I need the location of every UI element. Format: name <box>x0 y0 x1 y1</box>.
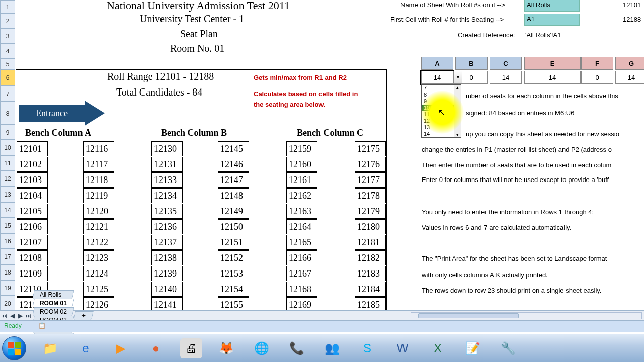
roll-cell[interactable]: 12162 <box>286 188 317 203</box>
row-header-20[interactable]: 20 <box>0 296 15 310</box>
start-button[interactable] <box>2 336 26 360</box>
roll-cell[interactable]: 12104 <box>17 188 48 203</box>
roll-cell[interactable]: 12126 <box>83 297 114 310</box>
people-icon[interactable]: 👥 <box>321 338 343 358</box>
roll-cell[interactable]: 12109 <box>17 266 48 281</box>
roll-cell[interactable]: 12116 <box>83 141 114 156</box>
roll-cell[interactable]: 12161 <box>286 172 317 188</box>
tab-nav-first[interactable]: ⏮ <box>0 312 8 319</box>
roll-cell[interactable]: 12121 <box>83 219 114 234</box>
seat-val-E[interactable]: 14 <box>524 71 581 84</box>
ie-icon[interactable]: e <box>74 338 97 358</box>
roll-cell[interactable]: 12166 <box>286 250 317 265</box>
roll-cell[interactable]: 12134 <box>151 188 183 203</box>
roll-cell[interactable]: 12160 <box>286 157 317 172</box>
roll-cell[interactable]: 12108 <box>17 250 48 265</box>
roll-cell[interactable]: 12180 <box>355 219 386 234</box>
hp-icon[interactable]: 🖨 <box>180 338 202 358</box>
input-first-cell[interactable]: A1 <box>524 14 580 26</box>
roll-cell[interactable]: 12147 <box>218 172 249 188</box>
row-header-11[interactable]: 11 <box>0 155 15 171</box>
row-header-2[interactable]: 2 <box>0 13 15 28</box>
row-header-9[interactable]: 9 <box>0 125 15 140</box>
excel-icon[interactable]: X <box>427 338 449 358</box>
roll-cell[interactable]: 12102 <box>17 157 48 172</box>
roll-cell[interactable]: 12122 <box>83 235 114 250</box>
roll-cell[interactable]: 12139 <box>151 266 183 281</box>
roll-cell[interactable]: 12155 <box>218 297 249 310</box>
roll-cell[interactable]: 12149 <box>218 204 249 219</box>
row-header-16[interactable]: 16 <box>0 233 15 249</box>
firefox-icon[interactable]: 🦊 <box>215 338 237 358</box>
roll-cell[interactable]: 12150 <box>218 219 249 234</box>
row-header-8[interactable]: 8 <box>0 102 15 125</box>
roll-cell[interactable]: 12140 <box>151 282 183 297</box>
roll-cell[interactable]: 12103 <box>17 172 48 188</box>
roll-cell[interactable]: 12141 <box>151 297 183 310</box>
roll-cell[interactable]: 12178 <box>355 188 386 203</box>
roll-cell[interactable]: 12106 <box>17 219 48 234</box>
dropdown-button[interactable]: ▾ <box>453 71 462 84</box>
roll-cell[interactable]: 12137 <box>151 235 183 250</box>
new-sheet-tab[interactable]: ✦ <box>73 311 94 320</box>
row-header-13[interactable]: 13 <box>0 187 15 202</box>
roll-cell[interactable]: 12107 <box>17 235 48 250</box>
sheet-tab[interactable]: All Rolls <box>32 290 74 299</box>
roll-cell[interactable]: 12118 <box>83 172 114 188</box>
roll-cell[interactable]: 12175 <box>355 141 386 156</box>
roll-cell[interactable]: 12183 <box>355 266 386 281</box>
roll-cell[interactable]: 12131 <box>151 157 183 172</box>
roll-cell[interactable]: 12163 <box>286 204 317 219</box>
roll-cell[interactable]: 12159 <box>286 141 317 156</box>
seat-val-G[interactable]: 14 <box>615 71 644 84</box>
sheet-tab[interactable]: ROOM 02 <box>32 307 74 316</box>
sheet-tab[interactable]: ROOM 01 <box>32 299 74 307</box>
dropdown-scrollbar[interactable]: ▴ ▾ <box>454 85 461 137</box>
row-header-7[interactable]: 7 <box>0 85 15 102</box>
roll-cell[interactable]: 12148 <box>218 188 249 203</box>
row-header-15[interactable]: 15 <box>0 218 15 233</box>
app-icon-1[interactable]: ● <box>145 338 167 358</box>
roll-cell[interactable]: 12182 <box>355 250 386 265</box>
roll-cell[interactable]: 12168 <box>286 282 317 297</box>
row-header-14[interactable]: 14 <box>0 202 15 218</box>
roll-cell[interactable]: 12125 <box>83 282 114 297</box>
word-icon[interactable]: W <box>391 338 414 358</box>
roll-cell[interactable]: 12138 <box>151 250 183 265</box>
viber-icon[interactable]: 📞 <box>286 338 308 358</box>
roll-cell[interactable]: 12133 <box>151 172 183 188</box>
row-header-12[interactable]: 12 <box>0 171 15 187</box>
roll-cell[interactable]: 12123 <box>83 250 114 265</box>
seat-val-C[interactable]: 14 <box>490 71 522 84</box>
scroll-thumb[interactable] <box>418 313 519 318</box>
chrome-icon[interactable]: 🌐 <box>251 338 273 358</box>
input-sheet-name[interactable]: All Rolls <box>524 0 580 12</box>
tab-nav-last[interactable]: ⏭ <box>24 312 32 319</box>
tab-nav-next[interactable]: ▶ <box>16 312 24 319</box>
roll-cell[interactable]: 12130 <box>151 141 183 156</box>
explorer-icon[interactable]: 📁 <box>39 338 61 358</box>
roll-cell[interactable]: 12119 <box>83 188 114 203</box>
roll-cell[interactable]: 12167 <box>286 266 317 281</box>
roll-cell[interactable]: 12117 <box>83 157 114 172</box>
seat-val-F[interactable]: 0 <box>581 71 613 84</box>
roll-cell[interactable]: 12164 <box>286 219 317 234</box>
roll-cell[interactable]: 12101 <box>17 141 48 156</box>
roll-cell[interactable]: 12185 <box>355 297 386 310</box>
row-header-1[interactable]: 1 <box>0 0 15 13</box>
roll-cell[interactable]: 12136 <box>151 219 183 234</box>
roll-cell[interactable]: 12179 <box>355 204 386 219</box>
roll-cell[interactable]: 12120 <box>83 204 114 219</box>
roll-cell[interactable]: 12169 <box>286 297 317 310</box>
horizontal-scrollbar[interactable] <box>411 312 642 319</box>
tool-icon[interactable]: 🔧 <box>497 338 519 358</box>
skype-icon[interactable]: S <box>356 338 378 358</box>
row-header-5[interactable]: 5 <box>0 58 15 69</box>
roll-cell[interactable]: 12177 <box>355 172 386 188</box>
roll-cell[interactable]: 12135 <box>151 204 183 219</box>
row-header-10[interactable]: 10 <box>0 140 15 155</box>
roll-cell[interactable]: 12154 <box>218 282 249 297</box>
wmp-icon[interactable]: ▶ <box>110 338 132 358</box>
tab-nav-prev[interactable]: ◀ <box>8 312 16 319</box>
roll-cell[interactable]: 12145 <box>218 141 249 156</box>
